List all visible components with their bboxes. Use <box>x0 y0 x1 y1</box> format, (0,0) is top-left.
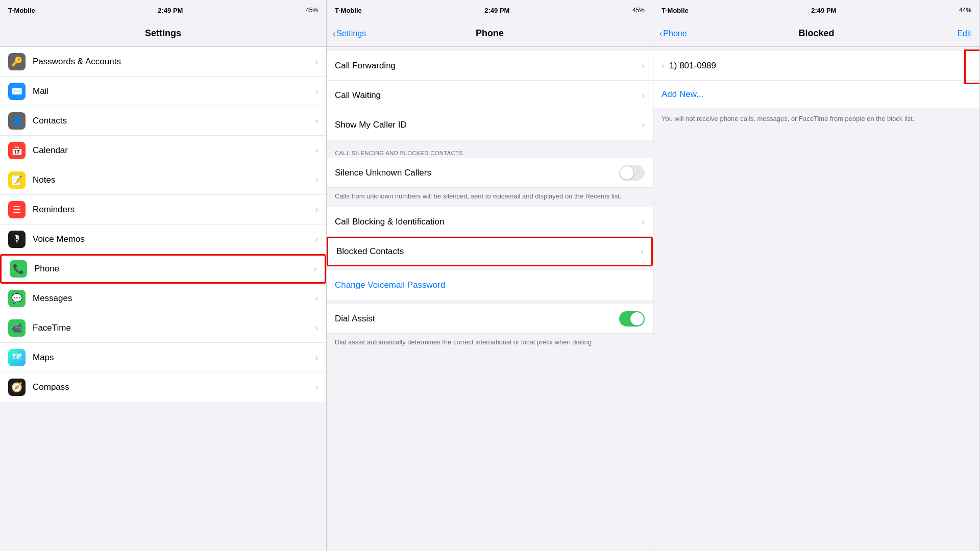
notes-icon: 📝 <box>8 171 26 189</box>
passwords-chevron: › <box>315 57 318 66</box>
carrier-3: T-Mobile <box>662 7 689 14</box>
battery-1: 45% <box>306 7 318 14</box>
dial-assist-gap <box>327 300 653 304</box>
blocked-back-button[interactable]: ‹ Phone <box>659 29 687 38</box>
blocked-panel: T-Mobile 2:49 PM 44% ‹ Phone Blocked Edi… <box>653 0 980 551</box>
settings-item-notes[interactable]: 📝Notes› <box>0 165 326 195</box>
change-voicemail-item[interactable]: Change Voicemail Password <box>327 270 653 300</box>
phone-item-callforwarding[interactable]: Call Forwarding› <box>327 51 653 81</box>
change-voicemail-label: Change Voicemail Password <box>335 280 645 290</box>
mail-label: Mail <box>33 86 315 96</box>
facetime-label: FaceTime <box>33 323 315 333</box>
messages-label: Messages <box>33 293 315 304</box>
voicemail-section: Change Voicemail Password <box>327 270 653 300</box>
phone-item-callblocking[interactable]: Call Blocking & Identification› <box>327 207 653 237</box>
dial-assist-description: Dial assist automatically determines the… <box>327 334 653 353</box>
mail-chevron: › <box>315 87 318 96</box>
settings-item-passwords[interactable]: 🔑Passwords & Accounts› <box>0 47 326 77</box>
battery-3: 44% <box>959 7 971 14</box>
callwaiting-label: Call Waiting <box>335 90 642 101</box>
settings-item-compass[interactable]: 🧭Compass› <box>0 372 326 402</box>
silence-description-section: Calls from unknown numbers will be silen… <box>327 188 653 207</box>
time-2: 2:49 PM <box>484 7 509 14</box>
blocked-list-gap <box>653 47 979 51</box>
silence-toggle[interactable] <box>619 165 645 181</box>
blocked-scroll: › 1) 801-0989 Unblock Add New... You wil… <box>653 47 979 551</box>
reminders-icon: ☰ <box>8 201 26 218</box>
calendar-chevron: › <box>315 146 318 155</box>
voicememos-chevron: › <box>315 235 318 244</box>
compass-chevron: › <box>315 383 318 392</box>
time-3: 2:49 PM <box>811 7 836 14</box>
maps-chevron: › <box>315 353 318 362</box>
dial-assist-toggle-thumb <box>630 312 644 325</box>
phone-item-callwaiting[interactable]: Call Waiting› <box>327 81 653 110</box>
blocked-number-text: 1) 801-0989 <box>669 61 971 71</box>
settings-nav-bar: Settings <box>0 20 326 47</box>
phone-back-button[interactable]: ‹ Settings <box>333 29 366 38</box>
notes-label: Notes <box>33 175 315 185</box>
call-silencing-gap: CALL SILENCING AND BLOCKED CONTACTS <box>327 140 653 158</box>
dial-assist-label: Dial Assist <box>335 314 619 324</box>
phone-item-blockedcontacts[interactable]: Blocked Contacts› <box>327 237 653 266</box>
blocked-number-row[interactable]: › 1) 801-0989 Unblock <box>653 51 979 81</box>
add-new-row[interactable]: Add New... <box>653 81 979 108</box>
contacts-icon: 👤 <box>8 112 26 130</box>
callwaiting-chevron: › <box>642 91 645 100</box>
callblocking-label: Call Blocking & Identification <box>335 217 642 227</box>
silence-description: Calls from unknown numbers will be silen… <box>327 188 653 207</box>
contacts-label: Contacts <box>33 116 315 126</box>
settings-item-phone[interactable]: 📞Phone› <box>0 254 326 284</box>
callforwarding-chevron: › <box>642 61 645 70</box>
dial-assist-item: Dial Assist <box>327 304 653 334</box>
settings-item-reminders[interactable]: ☰Reminders› <box>0 195 326 224</box>
callforwarding-label: Call Forwarding <box>335 61 642 71</box>
settings-item-contacts[interactable]: 👤Contacts› <box>0 106 326 136</box>
settings-title: Settings <box>145 28 181 39</box>
passwords-icon: 🔑 <box>8 53 26 70</box>
silence-unknown-label: Silence Unknown Callers <box>335 168 619 178</box>
status-bar-2: T-Mobile 2:49 PM 45% <box>327 0 653 20</box>
phone-label: Phone <box>34 264 314 274</box>
blockedcontacts-label: Blocked Contacts <box>336 246 641 257</box>
contacts-chevron: › <box>315 116 318 126</box>
settings-section: 🔑Passwords & Accounts›✉️Mail›👤Contacts›📅… <box>0 47 326 402</box>
compass-label: Compass <box>33 382 315 392</box>
blocked-row-chevron: › <box>662 61 664 70</box>
carrier-2: T-Mobile <box>335 7 362 14</box>
maps-label: Maps <box>33 353 315 363</box>
dial-assist-toggle[interactable] <box>619 311 645 327</box>
carrier-1: T-Mobile <box>8 7 35 14</box>
phone-top-section: Call Forwarding›Call Waiting›Show My Cal… <box>327 51 653 140</box>
settings-list: 🔑Passwords & Accounts›✉️Mail›👤Contacts›📅… <box>0 47 326 551</box>
messages-chevron: › <box>315 294 318 303</box>
blocked-edit-button[interactable]: Edit <box>957 29 971 38</box>
status-bar-3: T-Mobile 2:49 PM 44% <box>653 0 979 20</box>
settings-item-messages[interactable]: 💬Messages› <box>0 284 326 313</box>
messages-icon: 💬 <box>8 290 26 307</box>
silence-unknown-item: Silence Unknown Callers <box>327 158 653 188</box>
showcallerid-chevron: › <box>642 120 645 130</box>
reminders-chevron: › <box>315 205 318 214</box>
status-bar-1: T-Mobile 2:49 PM 45% <box>0 0 326 20</box>
settings-item-calendar[interactable]: 📅Calendar› <box>0 136 326 165</box>
compass-icon: 🧭 <box>8 379 26 396</box>
settings-item-voicememos[interactable]: 🎙Voice Memos› <box>0 224 326 254</box>
settings-item-mail[interactable]: ✉️Mail› <box>0 77 326 106</box>
phone-top-gap <box>327 47 653 51</box>
callblocking-chevron: › <box>642 217 645 227</box>
dial-assist-desc-section: Dial assist automatically determines the… <box>327 334 653 353</box>
time-1: 2:49 PM <box>158 7 183 14</box>
settings-item-maps[interactable]: 🗺Maps› <box>0 343 326 372</box>
reminders-label: Reminders <box>33 205 315 215</box>
settings-item-facetime[interactable]: 📹FaceTime› <box>0 313 326 343</box>
call-silencing-header: CALL SILENCING AND BLOCKED CONTACTS <box>335 150 463 156</box>
phone-item-showcallerid[interactable]: Show My Caller ID› <box>327 110 653 140</box>
phone-scroll: Call Forwarding›Call Waiting›Show My Cal… <box>327 47 653 551</box>
maps-icon: 🗺 <box>8 349 26 366</box>
blocked-nav-title: Blocked <box>798 28 834 39</box>
phone-icon: 📞 <box>10 260 27 278</box>
chevron-back-icon: ‹ <box>333 29 335 38</box>
voicemail-gap <box>327 266 653 270</box>
add-new-label: Add New... <box>662 89 703 99</box>
